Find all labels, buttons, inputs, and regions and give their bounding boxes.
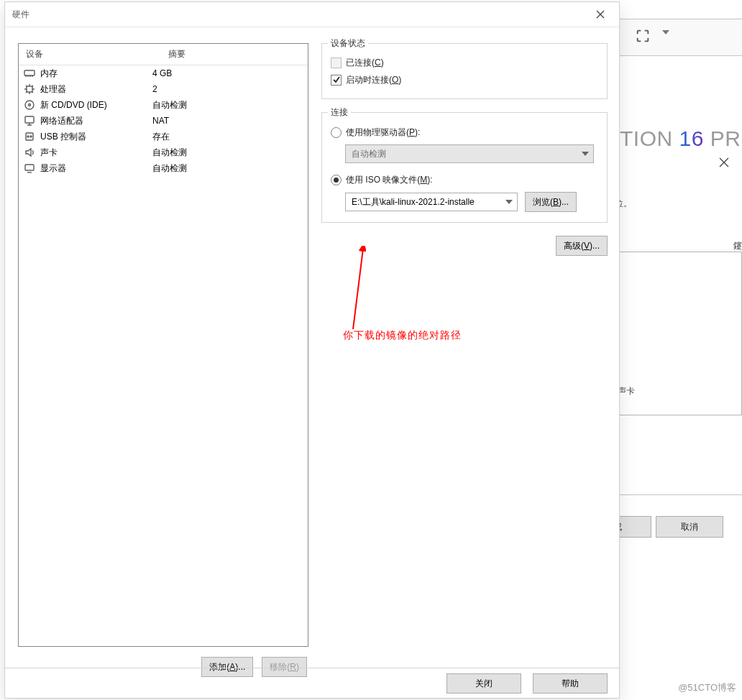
background-char: 鑳 xyxy=(733,240,742,252)
background-button-cancel[interactable]: 取消 xyxy=(656,516,723,538)
use-physical-drive-label: 使用物理驱动器(P): xyxy=(346,126,420,139)
sound-icon xyxy=(23,147,36,158)
svg-point-7 xyxy=(30,136,32,137)
display-icon xyxy=(23,162,36,174)
device-row[interactable]: 新 CD/DVD (IDE) 自动检测 xyxy=(19,97,308,113)
device-status-group: 设备状态 已连接(C) 启动时连接(O) xyxy=(321,43,608,99)
close-icon[interactable] xyxy=(719,157,733,172)
svg-line-9 xyxy=(353,249,363,329)
chevron-down-icon xyxy=(582,152,589,156)
connect-at-poweron-label: 启动时连接(O) xyxy=(346,74,401,86)
use-iso-label: 使用 ISO 映像文件(M): xyxy=(346,174,433,186)
svg-point-6 xyxy=(27,136,29,137)
svg-point-2 xyxy=(25,101,34,109)
disc-icon xyxy=(23,99,36,111)
svg-rect-8 xyxy=(25,165,34,170)
device-list[interactable]: 设备 摘要 内存 4 GB 处理器 2 新 CD/DVD (IDE) 自动检测 … xyxy=(18,43,308,647)
use-physical-drive-radio[interactable] xyxy=(331,127,342,138)
dialog-close-button[interactable] xyxy=(586,5,615,24)
cpu-icon xyxy=(23,83,36,95)
usb-icon xyxy=(23,131,36,142)
svg-rect-0 xyxy=(24,70,35,75)
svg-point-3 xyxy=(29,104,31,106)
device-row[interactable]: USB 控制器 存在 xyxy=(19,129,308,144)
connect-at-poweron-checkbox[interactable] xyxy=(331,75,342,86)
titlebar: 硬件 xyxy=(5,2,619,27)
browse-button[interactable]: 浏览(B)... xyxy=(525,192,577,212)
col-header-device[interactable]: 设备 xyxy=(19,44,161,65)
svg-rect-4 xyxy=(25,116,34,123)
close-button[interactable]: 关闭 xyxy=(446,673,521,694)
physical-drive-combo: 自动检测 xyxy=(345,144,594,163)
device-row[interactable]: 内存 4 GB xyxy=(19,65,308,81)
background-toolbar xyxy=(618,19,742,56)
chevron-down-icon[interactable] xyxy=(505,200,513,204)
svg-rect-1 xyxy=(27,86,32,92)
dialog-title: 硬件 xyxy=(12,9,29,21)
group-legend-status: 设备状态 xyxy=(328,37,368,50)
connected-checkbox xyxy=(331,57,342,68)
help-button[interactable]: 帮助 xyxy=(533,673,608,694)
device-row[interactable]: 声卡 自动检测 xyxy=(19,144,308,160)
iso-path-value: E:\工具\kali-linux-2021.2-installe xyxy=(352,196,475,208)
use-iso-radio[interactable] xyxy=(331,175,342,185)
device-row[interactable]: 网络适配器 NAT xyxy=(19,113,308,129)
advanced-button[interactable]: 高级(V)... xyxy=(556,236,608,256)
watermark: @51CTO博客 xyxy=(678,681,736,694)
device-row[interactable]: 显示器 自动检测 xyxy=(19,160,308,176)
hardware-dialog: 硬件 设备 摘要 内存 4 GB 处理器 2 xyxy=(4,1,620,699)
annotation-text: 你下载的镜像的绝对路径 xyxy=(343,329,462,342)
memory-icon xyxy=(23,68,36,79)
connection-group: 连接 使用物理驱动器(P): 自动检测 使用 ISO 映像文件(M): xyxy=(321,112,608,223)
network-icon xyxy=(23,115,36,126)
fullscreen-icon[interactable] xyxy=(635,28,654,47)
iso-path-combo[interactable]: E:\工具\kali-linux-2021.2-installe xyxy=(345,193,518,211)
connected-label: 已连接(C) xyxy=(346,57,384,69)
dropdown-caret-icon[interactable] xyxy=(662,30,669,34)
device-row[interactable]: 处理器 2 xyxy=(19,81,308,97)
col-header-summary[interactable]: 摘要 xyxy=(161,44,308,65)
brand-text: TION 16 PR xyxy=(620,126,741,151)
group-legend-connection: 连接 xyxy=(328,106,351,119)
annotation-arrow-icon xyxy=(333,246,366,332)
